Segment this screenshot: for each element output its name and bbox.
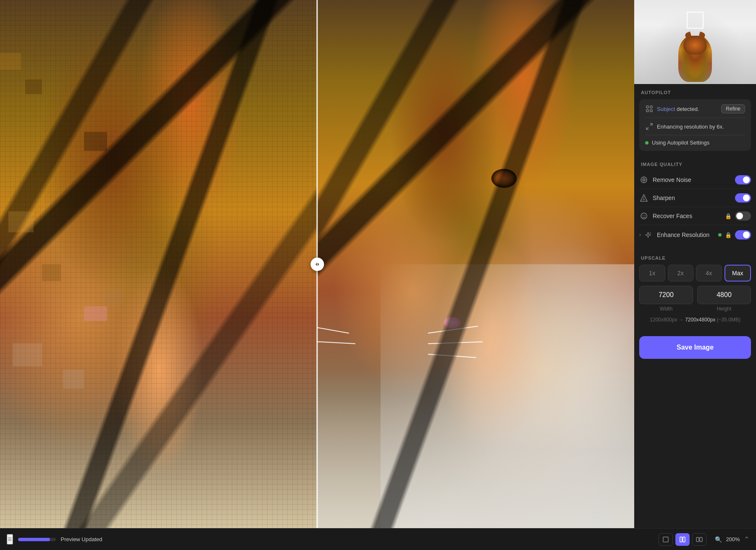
upscale-section: 1x 2x 4x Max Width Height 12 bbox=[634, 265, 756, 331]
pixel-block bbox=[84, 132, 107, 151]
pixel-block-nose bbox=[84, 306, 107, 321]
height-input[interactable] bbox=[697, 286, 751, 304]
green-status-dot bbox=[645, 141, 648, 145]
resolution-original: 1200x800px bbox=[650, 317, 677, 323]
tiger-stripes-right bbox=[317, 0, 634, 528]
quality-section: Remove Noise Sharpen bbox=[634, 171, 756, 250]
autopilot-section-header: AUTOPILOT bbox=[634, 84, 756, 99]
thumbnail-tiger-head bbox=[684, 36, 707, 55]
resolution-info: 1200x800px → 7200x4800px (~35.0MB) bbox=[639, 315, 751, 326]
remove-noise-label: Remove Noise bbox=[653, 176, 735, 183]
subject-highlight: Subject bbox=[657, 106, 675, 112]
image-comparison-area[interactable] bbox=[0, 0, 634, 528]
resolution-arrow: → bbox=[679, 317, 685, 323]
remove-noise-row: Remove Noise bbox=[639, 171, 751, 189]
split-handle-icon bbox=[314, 261, 320, 268]
enhance-resolution-label: Enhance Resolution bbox=[657, 232, 716, 238]
autopilot-settings-row: Using Autopilot Settings bbox=[645, 139, 745, 146]
face-icon bbox=[639, 211, 648, 221]
thumbnail-tiger-body bbox=[678, 36, 712, 82]
split-divider[interactable] bbox=[317, 0, 318, 528]
enhance-resolution-toggle[interactable] bbox=[735, 230, 751, 239]
svg-rect-1 bbox=[650, 106, 652, 108]
split-view-icon bbox=[679, 536, 686, 543]
magnifier-icon: 🔍 bbox=[715, 536, 722, 543]
menu-button[interactable]: ≡ bbox=[7, 534, 13, 545]
svg-point-6 bbox=[641, 177, 647, 183]
bottom-toolbar: ≡ Preview Updated 🔍 200% ⌃ bbox=[0, 528, 756, 550]
dimension-inputs: Width Height bbox=[639, 286, 751, 312]
progress-bar-fill bbox=[18, 538, 50, 541]
subject-detected-row: Subject detected. Refine bbox=[645, 104, 745, 113]
side-by-side-icon bbox=[696, 536, 703, 543]
split-image-container bbox=[0, 0, 634, 528]
pixel-block bbox=[42, 264, 61, 281]
recover-faces-toggle[interactable] bbox=[735, 211, 751, 221]
pixel-block bbox=[0, 53, 21, 70]
subject-detect-icon bbox=[646, 105, 653, 113]
zoom-up-button[interactable]: ⌃ bbox=[744, 535, 749, 543]
upscale-max-button[interactable]: Max bbox=[724, 265, 751, 282]
svg-point-13 bbox=[641, 213, 647, 219]
remove-noise-toggle[interactable] bbox=[735, 175, 751, 184]
refine-button[interactable]: Refine bbox=[721, 104, 745, 113]
upscale-2x-button[interactable]: 2x bbox=[668, 265, 694, 282]
svg-rect-3 bbox=[650, 110, 652, 112]
sharpen-triangle-icon bbox=[640, 194, 648, 202]
pixel-block bbox=[105, 290, 122, 305]
original-image bbox=[0, 0, 317, 528]
height-input-group: Height bbox=[697, 286, 751, 312]
pixel-block bbox=[63, 370, 84, 389]
recover-faces-row: Recover Faces 🔒 bbox=[639, 207, 751, 225]
svg-rect-16 bbox=[663, 537, 668, 542]
enhance-resolution-actions: 🔒 bbox=[718, 230, 751, 239]
sidebar-content: AUTOPILOT Subject dete bbox=[634, 84, 756, 528]
svg-rect-19 bbox=[696, 537, 699, 542]
enhance-sparkle-icon bbox=[643, 230, 653, 239]
width-input[interactable] bbox=[639, 286, 693, 304]
enhance-lock-icon: 🔒 bbox=[725, 232, 732, 238]
autopilot-settings-text: Using Autopilot Settings bbox=[652, 139, 745, 146]
svg-point-14 bbox=[643, 215, 643, 216]
width-input-group: Width bbox=[639, 286, 693, 312]
resolution-enhance-row: Enhancing resolution by 6x. bbox=[645, 122, 745, 131]
recover-faces-icon bbox=[640, 212, 648, 220]
svg-rect-0 bbox=[646, 106, 648, 108]
sharpen-actions bbox=[735, 193, 751, 203]
detected-text: detected. bbox=[675, 106, 699, 112]
arrows-expand-icon bbox=[646, 123, 653, 130]
sparkle-icon bbox=[645, 232, 651, 238]
pixel-block bbox=[13, 343, 42, 366]
resolution-size-val: (~35.0MB) bbox=[717, 317, 740, 323]
sharpen-row: Sharpen bbox=[639, 189, 751, 207]
sharpen-toggle[interactable] bbox=[735, 193, 751, 203]
tiger-image-right bbox=[317, 0, 634, 528]
upscale-section-header: UPSCALE bbox=[634, 250, 756, 265]
resolution-icon bbox=[645, 122, 654, 131]
lock-icon: 🔒 bbox=[725, 213, 732, 219]
autopilot-section: Subject detected. Refine bbox=[634, 99, 756, 156]
noise-icon bbox=[639, 175, 648, 184]
enhance-resolution-row: › Enhance Resolution 🔒 bbox=[639, 225, 751, 245]
split-view-button[interactable] bbox=[675, 533, 690, 546]
chevron-right-icon[interactable]: › bbox=[639, 232, 641, 238]
single-view-button[interactable] bbox=[659, 533, 673, 546]
main-layout: AUTOPILOT Subject dete bbox=[0, 0, 756, 528]
split-handle[interactable] bbox=[310, 258, 324, 271]
svg-rect-18 bbox=[683, 537, 685, 542]
recover-faces-actions: 🔒 bbox=[725, 211, 751, 221]
pixel-block bbox=[25, 79, 42, 94]
side-by-side-view-button[interactable] bbox=[692, 533, 706, 546]
save-image-button[interactable]: Save Image bbox=[639, 336, 751, 359]
upscale-4x-button[interactable]: 4x bbox=[696, 265, 722, 282]
autopilot-divider-2 bbox=[645, 135, 745, 135]
upscale-1x-button[interactable]: 1x bbox=[639, 265, 665, 282]
autopilot-card: Subject detected. Refine bbox=[639, 99, 751, 151]
svg-point-15 bbox=[645, 215, 646, 216]
subject-icon bbox=[645, 105, 654, 113]
remove-noise-actions bbox=[735, 175, 751, 184]
sharpen-icon bbox=[639, 193, 648, 203]
thumbnail-area bbox=[634, 0, 756, 84]
enhance-green-dot bbox=[718, 233, 722, 237]
sharpen-label: Sharpen bbox=[653, 195, 735, 201]
